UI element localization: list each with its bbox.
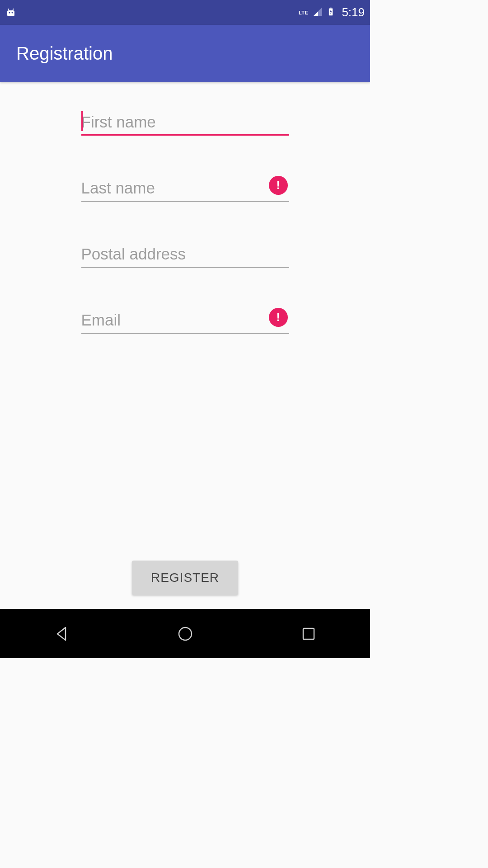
input-underline	[81, 333, 289, 334]
svg-rect-8	[303, 628, 314, 639]
last-name-field[interactable]: !	[81, 175, 289, 202]
svg-point-2	[12, 12, 13, 13]
svg-line-3	[8, 9, 9, 10]
registration-form: ! !	[0, 82, 370, 373]
android-icon	[5, 7, 16, 18]
register-button[interactable]: REGISTER	[132, 561, 238, 595]
last-name-input[interactable]	[81, 175, 289, 202]
svg-rect-0	[7, 10, 14, 16]
input-underline	[81, 201, 289, 202]
home-button[interactable]	[173, 621, 198, 646]
text-cursor	[81, 111, 83, 131]
clock-time: 5:19	[342, 5, 365, 19]
first-name-input[interactable]	[81, 109, 289, 136]
navigation-bar	[0, 609, 370, 658]
recent-apps-button[interactable]	[296, 621, 321, 646]
svg-line-4	[13, 9, 14, 10]
svg-point-7	[179, 627, 192, 640]
error-icon: !	[269, 176, 288, 195]
battery-charging-icon	[326, 6, 335, 19]
app-bar: Registration	[0, 25, 370, 82]
error-icon: !	[269, 308, 288, 327]
status-bar: LTE 5:19	[0, 0, 370, 25]
first-name-field[interactable]	[81, 109, 289, 136]
postal-address-input[interactable]	[81, 241, 289, 268]
back-button[interactable]	[49, 621, 75, 646]
svg-point-1	[9, 12, 10, 13]
svg-rect-6	[330, 7, 332, 8]
page-title: Registration	[16, 43, 113, 64]
status-right: LTE 5:19	[299, 5, 365, 19]
lte-label: LTE	[299, 10, 308, 15]
email-field[interactable]: !	[81, 307, 289, 334]
email-input[interactable]	[81, 307, 289, 334]
status-left	[5, 7, 16, 18]
signal-icon	[313, 7, 323, 19]
input-underline	[81, 267, 289, 268]
register-button-container: REGISTER	[0, 561, 370, 595]
postal-address-field[interactable]	[81, 241, 289, 268]
input-underline	[81, 134, 289, 136]
